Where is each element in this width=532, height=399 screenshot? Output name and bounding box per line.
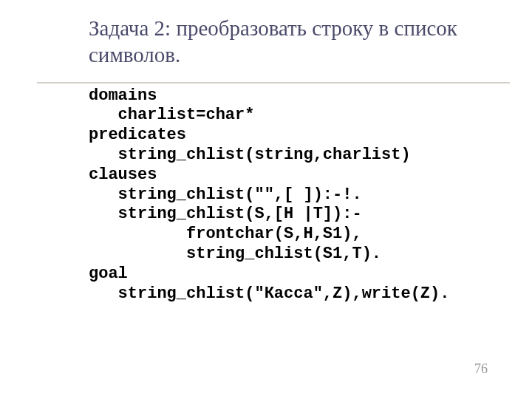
code-line: frontchar(S,H,S1), <box>89 225 362 243</box>
code-line: domains <box>89 86 157 105</box>
code-line: string_chlist("Касса",Z),write(Z). <box>89 284 449 303</box>
page-number: 76 <box>474 361 488 377</box>
code-line: predicates <box>89 126 186 144</box>
code-line: string_chlist(string,charlist) <box>89 146 411 164</box>
code-line: goal <box>89 265 128 283</box>
code-line: charlist=char* <box>89 106 254 124</box>
slide-title: Задача 2: преобразовать строку в список … <box>0 15 532 69</box>
code-block: domains charlist=char* predicates string… <box>0 86 532 304</box>
code-line: string_chlist(S,[H |T]):- <box>89 205 362 223</box>
code-line: string_chlist(S1,T). <box>89 245 381 263</box>
title-underline <box>37 82 510 83</box>
code-line: clauses <box>89 166 157 184</box>
slide-container: Задача 2: преобразовать строку в список … <box>0 0 532 399</box>
code-line: string_chlist("",[ ]):-!. <box>89 185 362 204</box>
